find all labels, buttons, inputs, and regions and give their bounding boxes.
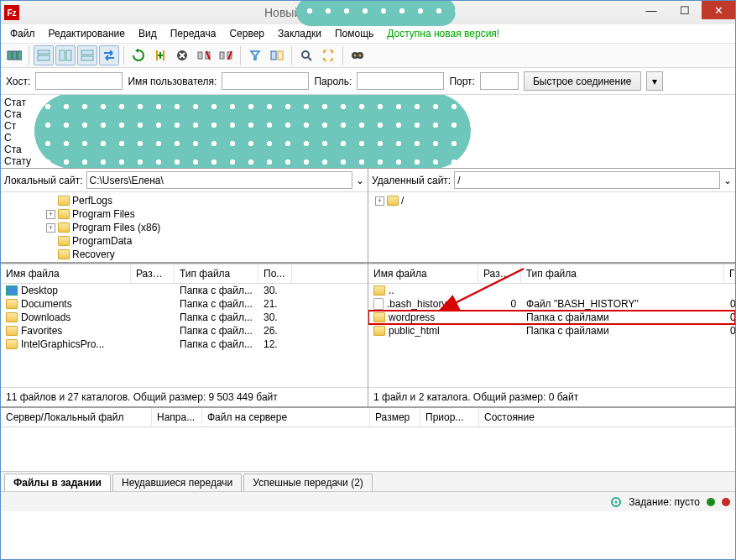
tree-label: ProgramData [72, 234, 132, 248]
col-modified[interactable]: По... [258, 264, 292, 283]
local-tree[interactable]: PerfLogs+Program Files+Program Files (x8… [1, 192, 368, 262]
tree-node[interactable]: +/ [372, 194, 732, 207]
process-queue-button[interactable] [150, 45, 170, 65]
col-type[interactable]: Тип файла [175, 264, 258, 283]
host-input[interactable] [35, 72, 123, 90]
local-file-list[interactable]: DesktopПапка с файл...30.DocumentsПапка … [1, 284, 368, 387]
minimize-button[interactable]: — [634, 1, 668, 19]
queue-col-direction[interactable]: Напра... [152, 408, 202, 427]
tree-node[interactable]: +Program Files [4, 207, 364, 221]
menu-bookmarks[interactable]: Закладки [272, 26, 327, 41]
file-row[interactable]: FavoritesПапка с файл...26. [1, 324, 368, 338]
col-name[interactable]: Имя файла [368, 264, 478, 283]
remote-path-input[interactable] [454, 171, 720, 189]
tab-failed-transfers[interactable]: Неудавшиеся передачи [112, 474, 242, 491]
folder-icon [373, 326, 385, 336]
queue-col-size[interactable]: Размер [370, 408, 420, 427]
queue-col-priority[interactable]: Приор... [420, 408, 479, 427]
folder-icon [58, 209, 70, 219]
username-label: Имя пользователя: [128, 76, 217, 87]
queue-col-remote[interactable]: Файл на сервере [202, 408, 370, 427]
svg-rect-3 [38, 50, 50, 54]
password-input[interactable] [357, 72, 444, 90]
tree-node[interactable]: Recovery [4, 248, 364, 261]
col-size[interactable]: Размер [131, 264, 175, 283]
menu-view[interactable]: Вид [133, 26, 163, 41]
file-row[interactable]: wordpressПапка с файлами06.11. [368, 311, 735, 324]
queue-col-status[interactable]: Состояние [479, 408, 735, 427]
file-row[interactable]: DocumentsПапка с файл...21. [1, 297, 368, 311]
maximize-button[interactable]: ☐ [668, 1, 702, 19]
quickconnect-button[interactable]: Быстрое соединение [524, 71, 641, 91]
dropdown-icon[interactable]: ⌄ [356, 175, 364, 186]
filter-button[interactable] [245, 45, 265, 65]
svg-rect-15 [278, 51, 283, 60]
disconnect-button[interactable] [194, 45, 214, 65]
menu-server[interactable]: Сервер [223, 26, 270, 41]
remote-file-header[interactable]: Имя файла Размер Тип файла Посл... [368, 264, 735, 284]
remote-tree[interactable]: +/ [368, 192, 735, 262]
file-row[interactable]: DownloadsПапка с файл...30. [1, 311, 368, 324]
svg-point-19 [354, 55, 357, 57]
local-path-input[interactable] [86, 171, 353, 189]
sync-browsing-button[interactable] [318, 45, 338, 65]
col-modified[interactable]: Посл... [724, 264, 735, 283]
folder-icon [373, 285, 385, 296]
main-toolbar [1, 43, 735, 68]
tab-queued-files[interactable]: Файлы в задании [4, 474, 111, 491]
col-size[interactable]: Размер [478, 264, 521, 283]
gear-icon[interactable] [610, 496, 622, 508]
queue-col-server[interactable]: Сервер/Локальный файл [1, 408, 152, 427]
menu-transfer[interactable]: Передача [164, 26, 222, 41]
username-input[interactable] [222, 72, 309, 90]
close-button[interactable]: ✕ [702, 1, 735, 19]
toggle-remote-tree-button[interactable] [77, 45, 97, 65]
message-log[interactable]: Стат Ста Ст С Ста Стату [1, 95, 735, 169]
app-logo-icon: Fz [4, 5, 19, 20]
redaction-overlay [296, 0, 456, 26]
site-manager-button[interactable] [4, 45, 24, 65]
tree-node[interactable]: +Program Files (x86) [4, 221, 364, 234]
menu-update-available[interactable]: Доступна новая версия! [381, 26, 505, 41]
file-modified: 06.11. [725, 324, 735, 338]
file-size: 0 [478, 297, 521, 311]
menu-help[interactable]: Помощь [329, 26, 379, 41]
file-row[interactable]: .. [368, 284, 735, 297]
expander-icon[interactable]: + [46, 223, 55, 233]
find-button[interactable] [347, 45, 368, 65]
desktop-icon [6, 285, 18, 296]
search-button[interactable] [296, 45, 316, 65]
menu-file[interactable]: Файл [4, 26, 41, 41]
toggle-log-button[interactable] [34, 45, 54, 65]
tab-successful-transfers[interactable]: Успешные передачи (2) [243, 474, 373, 491]
menu-edit[interactable]: Редактирование [43, 26, 131, 41]
svg-rect-0 [8, 51, 12, 60]
refresh-button[interactable] [128, 45, 149, 65]
port-input[interactable] [480, 72, 519, 90]
toggle-local-tree-button[interactable] [55, 45, 76, 65]
remote-file-list[interactable]: ...bash_history0Файл "BASH_HISTORY"06.11… [368, 284, 735, 387]
file-row[interactable]: IntelGraphicsPro...Папка с файл...12. [1, 338, 368, 351]
reconnect-button[interactable] [216, 45, 236, 65]
svg-rect-10 [198, 52, 202, 59]
tree-label: Recovery [72, 248, 115, 261]
port-label: Порт: [449, 76, 475, 87]
expander-icon[interactable]: + [46, 210, 55, 219]
expander-icon[interactable]: + [375, 196, 384, 206]
tree-node[interactable]: ProgramData [4, 234, 364, 248]
file-modified: 06.11. [725, 311, 735, 324]
file-row[interactable]: .bash_history0Файл "BASH_HISTORY"06.11. [368, 297, 735, 311]
tree-node[interactable]: PerfLogs [4, 194, 364, 207]
col-type[interactable]: Тип файла [521, 264, 724, 283]
col-name[interactable]: Имя файла [1, 264, 131, 283]
file-row[interactable]: DesktopПапка с файл...30. [1, 284, 368, 297]
remote-pane: Удаленный сайт: ⌄ +/ [368, 169, 735, 262]
compare-button[interactable] [267, 45, 287, 65]
local-file-header[interactable]: Имя файла Размер Тип файла По... [1, 264, 368, 284]
file-name: .bash_history [387, 297, 446, 311]
file-row[interactable]: public_htmlПапка с файлами06.11. [368, 324, 735, 338]
toggle-queue-button[interactable] [99, 45, 119, 65]
dropdown-icon[interactable]: ⌄ [723, 175, 732, 186]
cancel-button[interactable] [172, 45, 192, 65]
quickconnect-history-button[interactable]: ▾ [646, 71, 663, 91]
